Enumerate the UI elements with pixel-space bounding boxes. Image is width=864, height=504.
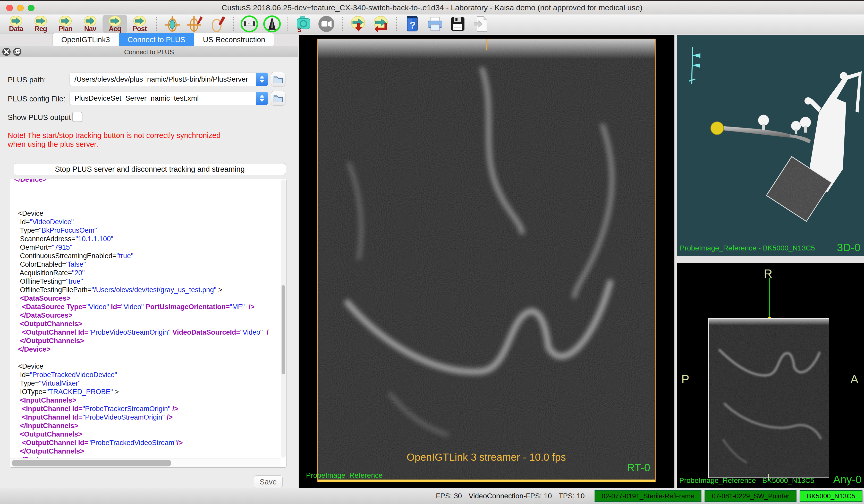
browse-plus-path-button[interactable] — [271, 72, 285, 86]
plus-config-editor[interactable]: </Device> <Device Id="VideoDevice" Type=… — [10, 179, 286, 468]
tool-status-badge-refframe: 02-077-0191_Sterile-RefFrame — [595, 490, 702, 502]
mode-button-label: Data — [9, 25, 23, 33]
horizontal-scrollbar-thumb[interactable] — [12, 460, 171, 466]
import-return-button[interactable] — [369, 15, 392, 33]
svg-text:?: ? — [410, 20, 416, 30]
center-edit-button[interactable] — [184, 15, 206, 33]
panel-title: Connect to PLUS — [0, 46, 298, 57]
video-camera-icon — [318, 15, 335, 33]
toolbar-separator — [287, 17, 288, 30]
arrow-import-down-icon — [351, 15, 365, 33]
xml-code: </Device> <Device Id="VideoDevice" Type=… — [14, 179, 280, 458]
source-caption: ProbeImage_Reference - BK5000_N13C5 — [679, 477, 815, 485]
mode-button-plan[interactable]: Plan — [53, 15, 78, 33]
vertical-scrollbar-thumb[interactable] — [281, 285, 285, 374]
mode-button-label: Post — [133, 25, 147, 33]
main-toolbar: Data Reg Plan Nav Acq Post — [0, 14, 864, 34]
mode-button-nav[interactable]: Nav — [78, 15, 103, 33]
tps-indicator: TPS: 10 — [559, 492, 585, 500]
screenshot-camera-icon: S — [296, 15, 311, 33]
tool-probe-icon — [263, 15, 281, 33]
plus-path-value: /Users/olevs/dev/plus_namic/PlusB-bin/bi… — [70, 75, 256, 83]
realtime-2d-view[interactable]: V RT-0 — [299, 35, 674, 488]
print-button[interactable] — [424, 15, 446, 33]
3d-scene — [677, 35, 864, 256]
reference-frame-axis-icon — [689, 47, 700, 84]
tab-us-reconstruction[interactable]: US Reconstruction — [194, 33, 274, 46]
vertical-scrollbar[interactable] — [281, 180, 286, 458]
browse-plus-config-button[interactable] — [271, 91, 285, 106]
sample-point-button[interactable] — [206, 15, 229, 33]
us-image-frame: RT-0 OpenIGTLink 3 streamer - 10.0 fps — [317, 39, 656, 482]
mode-button-label: Plan — [59, 25, 72, 33]
tab-connect-to-plus[interactable]: Connect to PLUS — [119, 33, 194, 46]
circle-pen-icon — [209, 15, 226, 33]
export-document-button[interactable] — [469, 15, 492, 33]
tool-status-badge-pointer: 07-081-0229_SW_Pointer — [705, 490, 796, 502]
plus-config-value: PlusDeviceSet_Server_namic_test.xml — [70, 94, 256, 102]
mode-button-reg[interactable]: Reg — [28, 15, 53, 33]
us-slice-image — [708, 318, 829, 478]
xml-code-scroll[interactable]: </Device> <Device Id="VideoDevice" Type=… — [10, 179, 280, 458]
pointer-tip-sphere — [711, 122, 724, 135]
toolbar-separator — [233, 17, 234, 30]
screenshot-button[interactable]: S — [292, 15, 315, 33]
plus-path-combobox[interactable]: /Users/olevs/dev/plus_namic/PlusB-bin/bi… — [70, 73, 268, 86]
any-plane-2d-view[interactable]: R P A I ProbeImage_Re — [677, 263, 864, 488]
3d-view[interactable]: ProbeImage_Reference - BK5000_N13C5 3D-0 — [677, 35, 864, 256]
plus-config-label: PLUS config File: — [8, 95, 65, 103]
show-plus-output-label: Show PLUS output — [8, 113, 71, 122]
record-video-button[interactable] — [315, 15, 338, 33]
source-caption: ProbeImage_Reference — [306, 471, 383, 480]
svg-text:S: S — [297, 26, 301, 33]
application-window: CustusS 2018.06.25-dev+feature_CX-340-sw… — [0, 0, 864, 504]
ultrasound-image — [317, 39, 655, 481]
window-title: CustusS 2018.06.25-dev+feature_CX-340-sw… — [0, 0, 864, 14]
tracker-device-icon — [240, 15, 259, 33]
save-session-button[interactable] — [446, 15, 469, 33]
mode-button-data[interactable]: Data — [4, 15, 28, 33]
stepper-icon[interactable] — [256, 73, 268, 86]
help-button[interactable]: ? — [401, 15, 424, 33]
panel-body: PLUS path: /Users/olevs/dev/plus_namic/P… — [0, 57, 298, 488]
source-caption: ProbeImage_Reference - BK5000_N13C5 — [680, 244, 815, 252]
status-bar: FPS: 30 VideoConnection-FPS: 10 TPS: 10 … — [0, 488, 864, 504]
horizontal-scrollbar[interactable] — [10, 458, 280, 467]
arrow-return-icon — [373, 15, 388, 33]
toolbar-separator — [342, 17, 343, 30]
printer-icon — [427, 16, 444, 32]
note-text-line1: Note! The start/stop tracking button is … — [8, 131, 220, 140]
orientation-label-p: P — [681, 372, 689, 386]
stepper-icon[interactable] — [256, 91, 268, 105]
floppy-disk-icon — [450, 16, 465, 32]
note-text-line2: when using the plus server. — [8, 140, 98, 148]
folder-icon — [273, 75, 283, 83]
orientation-label-a: A — [850, 372, 858, 386]
plus-path-label: PLUS path: — [8, 76, 46, 84]
mode-button-label: Acq — [109, 25, 121, 33]
ultrasound-image — [709, 319, 829, 478]
mode-button-post[interactable]: Post — [127, 15, 152, 33]
tab-openigtlink3[interactable]: OpenIGTLink3 — [52, 33, 119, 46]
view-corner-label: Any-0 — [833, 474, 861, 486]
plus-config-combobox[interactable]: PlusDeviceSet_Server_namic_test.xml — [70, 91, 268, 105]
view-corner-label: 3D-0 — [837, 242, 860, 254]
center-to-tooltip-button[interactable] — [161, 15, 184, 33]
orientation-label-r: R — [764, 267, 772, 281]
tracking-toggle-button[interactable] — [238, 15, 261, 33]
crosshair-pen-icon — [186, 15, 204, 33]
stop-plus-server-button[interactable]: Stop PLUS server and disconnect tracking… — [14, 163, 286, 175]
save-button[interactable]: Save — [254, 476, 283, 488]
plugin-tabbar: OpenIGTLink3 Connect to PLUS US Reconstr… — [52, 33, 274, 46]
frame-bottom-highlight — [317, 480, 655, 482]
mode-button-acq[interactable]: Acq — [103, 15, 127, 33]
toolbar-separator — [156, 17, 157, 30]
toolbar-separator — [396, 17, 397, 30]
view-corner-label: RT-0 — [627, 462, 650, 474]
tool-visibility-button[interactable] — [261, 15, 283, 33]
import-data-button[interactable] — [347, 15, 369, 33]
document-arrow-icon — [473, 16, 488, 32]
video-connection-fps-indicator: VideoConnection-FPS: 10 — [469, 492, 552, 500]
show-plus-output-checkbox[interactable] — [72, 112, 82, 122]
frame-top-tick — [487, 39, 488, 50]
